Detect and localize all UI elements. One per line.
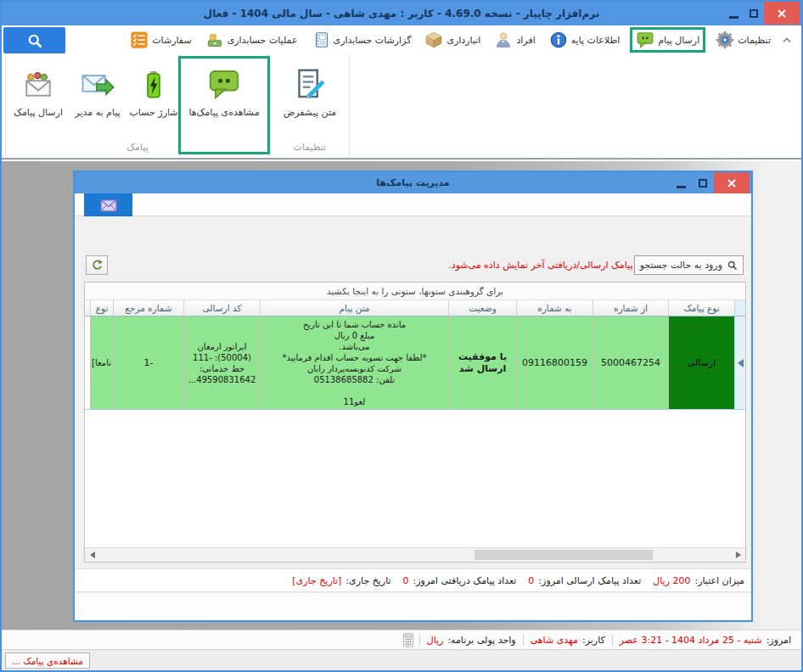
minimize-icon — [729, 16, 738, 19]
footer-segment-label: تاریخ جاری: — [345, 575, 390, 586]
tab-label: ارسال پیام — [658, 35, 699, 46]
dialog-maximize-button[interactable] — [692, 172, 714, 193]
button-label: ارسال پیامک — [14, 107, 63, 118]
envelope-arrow-icon — [81, 61, 115, 107]
statusbar: امروز:شنبه - 25 مرداد 1404 - 3:21 عصرکار… — [2, 630, 801, 649]
indicator-column-header — [734, 300, 745, 316]
ribbon-tabs: تنظیماتارسال پیاماطلاعات پایهافرادانبارد… — [126, 25, 793, 54]
column-header-message-text[interactable]: متن پیام — [260, 300, 448, 316]
minimize-icon — [677, 186, 686, 188]
statusbar-segment-value: شنبه - 25 مرداد 1404 - 3:21 عصر — [620, 635, 762, 646]
statusbar-segment-label: واحد پولی برنامه: — [447, 635, 515, 646]
footer-segment-value: [تاریخ جاری] — [292, 575, 341, 586]
button-label: متن پیشفرض — [284, 107, 336, 118]
group-by-drop-zone[interactable]: برای گروهبندی ستونها، ستونی را به اینجا … — [85, 283, 745, 300]
dialog-status-line: میزان اعتبار:200 ریالتعداد پیامک ارسالی … — [75, 568, 751, 592]
refresh-icon — [91, 259, 104, 272]
dialog-minimize-button[interactable] — [670, 172, 692, 193]
button-view-sms[interactable]: مشاهده‌ی پیامک‌ها — [182, 58, 267, 139]
cell-send-code: اپراتور ارمغان(50004): -111خط خدماتی:495… — [183, 316, 260, 409]
group-label: پیامک — [8, 139, 267, 156]
document-pencil-icon — [293, 61, 327, 107]
collapse-ribbon-button[interactable] — [781, 35, 793, 45]
tab-orders[interactable]: سفارشات — [126, 29, 194, 51]
maximize-icon — [699, 179, 707, 188]
ribbon-body: متن پیشفرضتنظیماتمشاهده‌ی پیامک‌هاشارژ ح… — [2, 54, 801, 160]
scroll-left-button[interactable] — [85, 548, 99, 562]
taskbar-item-sms-view[interactable]: مشاهده‌ی پیامک ... — [5, 652, 90, 669]
titlebar: نرم‌افزار چاپیار - نسخه 4.69.0 - کاربر :… — [2, 2, 801, 25]
scrollbar-thumb[interactable] — [474, 550, 653, 560]
tab-label: عملیات حسابداری — [227, 35, 298, 46]
tab-inventory[interactable]: انبارداری — [421, 29, 484, 51]
footer-segment: تاریخ جاری:[تاریخ جاری] — [292, 575, 390, 586]
dialog-close-button[interactable] — [714, 172, 750, 193]
battery-icon — [137, 61, 171, 107]
envelope-people-icon — [21, 61, 55, 107]
statusbar-segment: امروز:شنبه - 25 مرداد 1404 - 3:21 عصر — [612, 635, 798, 646]
calculator-icon — [397, 633, 419, 647]
button-send-sms[interactable]: ارسال پیامک — [8, 58, 68, 139]
app-window: نرم‌افزار چاپیار - نسخه 4.69.0 - کاربر :… — [0, 0, 803, 672]
statusbar-segment-label: کاربر: — [582, 635, 605, 646]
cell-to-number: 09116800159 — [516, 316, 592, 409]
dialog-controls — [670, 172, 750, 193]
column-header-sms-type[interactable]: نوع پیامک — [668, 300, 734, 316]
search-icon — [727, 260, 738, 271]
button-message-to-admin[interactable]: پیام به مدیر — [70, 58, 126, 139]
tab-label: افراد — [516, 35, 535, 46]
scroll-right-button[interactable] — [731, 548, 745, 562]
tab-send-message[interactable]: ارسال پیام — [630, 27, 705, 53]
window-title: نرم‌افزار چاپیار - نسخه 4.69.0 - کاربر :… — [204, 8, 599, 20]
tab-label: تنظیمات — [738, 35, 771, 46]
tab-label: گزارشات حسابداری — [334, 35, 412, 46]
tab-label: اطلاعات پایه — [571, 35, 620, 46]
maximize-icon — [750, 9, 758, 18]
dialog-tabstrip — [75, 193, 751, 216]
horizontal-scrollbar[interactable] — [85, 547, 745, 562]
column-header-from-number[interactable]: از شماره — [592, 300, 668, 316]
money-icon — [205, 31, 224, 49]
button-default-text[interactable]: متن پیشفرض — [273, 58, 346, 139]
tab-accounting-reports[interactable]: گزارشات حسابداری — [308, 29, 415, 51]
column-header-reference-number[interactable]: شماره مرجع — [113, 300, 183, 316]
tab-accounting-operations[interactable]: عملیات حسابداری — [202, 29, 301, 51]
tab-people[interactable]: افراد — [491, 29, 538, 51]
cell-sms-type: ارسالی — [668, 316, 734, 409]
triangle-right-icon — [736, 552, 741, 558]
table-row[interactable]: ارسالی 5000467254 09116800159 با موفقیت … — [85, 316, 745, 410]
sms-bubble-icon — [207, 61, 241, 107]
triangle-left-icon — [90, 552, 95, 558]
statusbar-segment: واحد پولی برنامه:ریال — [419, 635, 523, 646]
tab-base-info[interactable]: اطلاعات پایه — [546, 29, 624, 51]
column-header-send-code[interactable]: کد ارسالی — [183, 300, 260, 316]
dialog-tab-sms[interactable] — [84, 193, 132, 216]
orders-icon — [130, 31, 149, 49]
button-charge-account[interactable]: شارژ حساب — [127, 58, 180, 139]
sms-limit-info: 50 پیامک ارسالی/دریافتی آخر نمایش داده م… — [448, 260, 648, 271]
footer-segment-label: تعداد پیامک دریافتی امروز: — [413, 575, 517, 586]
sms-bubble-icon — [636, 31, 654, 49]
close-button[interactable] — [764, 2, 800, 25]
maximize-button[interactable] — [744, 2, 764, 25]
cell-from-number: 5000467254 — [592, 316, 668, 409]
minimize-button[interactable] — [723, 2, 744, 25]
enter-search-mode-button[interactable]: ورود به حالت جستجو — [634, 255, 744, 275]
column-header-to-number[interactable]: به شماره — [516, 300, 592, 316]
chevron-up-icon — [781, 36, 793, 44]
ribbon-tab-row: تنظیماتارسال پیاماطلاعات پایهافرادانبارد… — [2, 25, 801, 54]
column-header-type-stub[interactable]: نوع — [90, 300, 113, 316]
tab-settings[interactable]: تنظیمات — [712, 29, 774, 51]
button-label: شارژ حساب — [130, 107, 178, 118]
refresh-button[interactable] — [86, 255, 108, 275]
dialog-titlebar: مدیریت پیامک‌ها — [75, 172, 751, 193]
ribbon-search-button[interactable] — [3, 27, 65, 53]
footer-segment: میزان اعتبار:200 ریال — [653, 575, 744, 586]
triangle-left-icon — [738, 359, 744, 367]
dialog-toolbar: 50 پیامک ارسالی/دریافتی آخر نمایش داده م… — [75, 255, 751, 277]
ribbon-group: متن پیشفرضتنظیمات — [270, 54, 350, 156]
button-label: مشاهده‌ی پیامک‌ها — [188, 107, 259, 118]
column-header-status[interactable]: وضعیت — [448, 300, 516, 316]
button-label: پیام به مدیر — [75, 107, 120, 118]
cell-message-text: مانده حساب شما تا این تاریخمبلغ 0 ریالمی… — [260, 316, 448, 409]
